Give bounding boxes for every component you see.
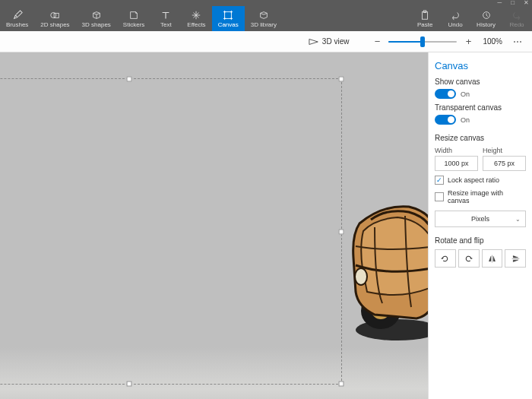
paste-tool[interactable]: Paste — [410, 6, 440, 31]
transparent-canvas-toggle[interactable] — [435, 115, 456, 125]
svg-point-10 — [355, 268, 367, 285]
zoom-in-button[interactable]: + — [461, 35, 475, 49]
redo-tool: Redo — [502, 6, 532, 31]
resize-image-label: Resize image with canvas — [448, 189, 526, 204]
lock-aspect-label: Lock aspect ratio — [448, 176, 499, 184]
stickers-icon — [128, 10, 139, 21]
text-tool[interactable]: Text — [150, 6, 181, 31]
view3d-icon — [309, 37, 319, 46]
paste-icon — [420, 10, 430, 21]
transparent-canvas-state: On — [461, 116, 470, 124]
stickers-tool[interactable]: Stickers — [117, 6, 150, 31]
history-icon — [481, 10, 492, 21]
canvas-viewport[interactable] — [0, 52, 428, 399]
show-canvas-toggle[interactable] — [435, 89, 456, 99]
library3d-icon — [258, 10, 269, 21]
text-icon — [160, 10, 171, 21]
lock-aspect-checkbox[interactable] — [435, 176, 444, 185]
shapes3d-tool[interactable]: 3D shapes — [76, 6, 117, 31]
redo-icon — [511, 10, 522, 21]
zoom-slider-thumb[interactable] — [420, 36, 425, 47]
view3d-toggle[interactable]: 3D view — [309, 37, 350, 46]
resize-canvas-label: Resize canvas — [435, 134, 526, 142]
rotate-cw-button[interactable] — [458, 249, 480, 268]
library3d-tool[interactable]: 3D library — [245, 6, 283, 31]
svg-rect-3 — [423, 11, 428, 19]
rotate-ccw-button[interactable] — [435, 249, 456, 268]
more-options-button[interactable]: ⋯ — [510, 36, 526, 47]
resize-image-checkbox[interactable] — [435, 192, 444, 201]
effects-tool[interactable]: Effects — [181, 6, 211, 31]
width-input[interactable] — [435, 156, 478, 171]
show-canvas-label: Show canvas — [435, 78, 526, 86]
minimize-icon[interactable]: ─ — [497, 0, 502, 6]
canvas-icon — [223, 10, 233, 21]
units-dropdown[interactable]: Pixels ⌄ — [435, 211, 526, 227]
flip-horizontal-button[interactable] — [482, 249, 503, 268]
effects-icon — [191, 10, 201, 21]
view-options-bar: 3D view − + 100% ⋯ — [0, 31, 532, 52]
resize-handle[interactable] — [127, 77, 132, 82]
undo-tool[interactable]: Undo — [440, 6, 470, 31]
history-tool[interactable]: History — [470, 6, 502, 31]
resize-handle[interactable] — [339, 382, 344, 387]
svg-rect-2 — [225, 11, 232, 18]
show-canvas-state: On — [461, 90, 470, 98]
brush-icon — [12, 10, 23, 21]
shapes2d-icon — [49, 10, 60, 21]
zoom-out-button[interactable]: − — [370, 35, 384, 49]
width-label: Width — [435, 147, 478, 154]
height-label: Height — [483, 147, 526, 154]
canvas-properties-panel: Canvas Show canvas On Transparent canvas… — [428, 52, 532, 399]
shapes2d-tool[interactable]: 2D shapes — [34, 6, 75, 31]
undo-icon — [450, 10, 461, 21]
canvas-selection-rect[interactable] — [0, 78, 342, 385]
zoom-percent: 100% — [483, 37, 502, 46]
car-artwork — [344, 193, 428, 341]
resize-handle[interactable] — [127, 382, 132, 387]
maximize-icon[interactable]: □ — [511, 0, 515, 6]
window-titlebar: ─ □ ✕ — [0, 0, 532, 6]
flip-vertical-button[interactable] — [505, 249, 526, 268]
height-input[interactable] — [483, 156, 526, 171]
chevron-down-icon: ⌄ — [515, 216, 521, 223]
rotate-flip-label: Rotate and flip — [435, 236, 526, 245]
transparent-canvas-label: Transparent canvas — [435, 103, 526, 112]
panel-title: Canvas — [435, 60, 526, 71]
resize-handle[interactable] — [339, 77, 344, 82]
main-toolbar: Brushes 2D shapes 3D shapes Stickers Tex… — [0, 6, 532, 31]
workspace: Canvas Show canvas On Transparent canvas… — [0, 52, 532, 399]
brushes-tool[interactable]: Brushes — [0, 6, 34, 31]
resize-handle[interactable] — [339, 229, 344, 234]
zoom-slider[interactable] — [388, 41, 457, 43]
shapes3d-icon — [91, 10, 102, 21]
close-icon[interactable]: ✕ — [524, 0, 529, 6]
canvas-tool[interactable]: Canvas — [212, 6, 245, 31]
